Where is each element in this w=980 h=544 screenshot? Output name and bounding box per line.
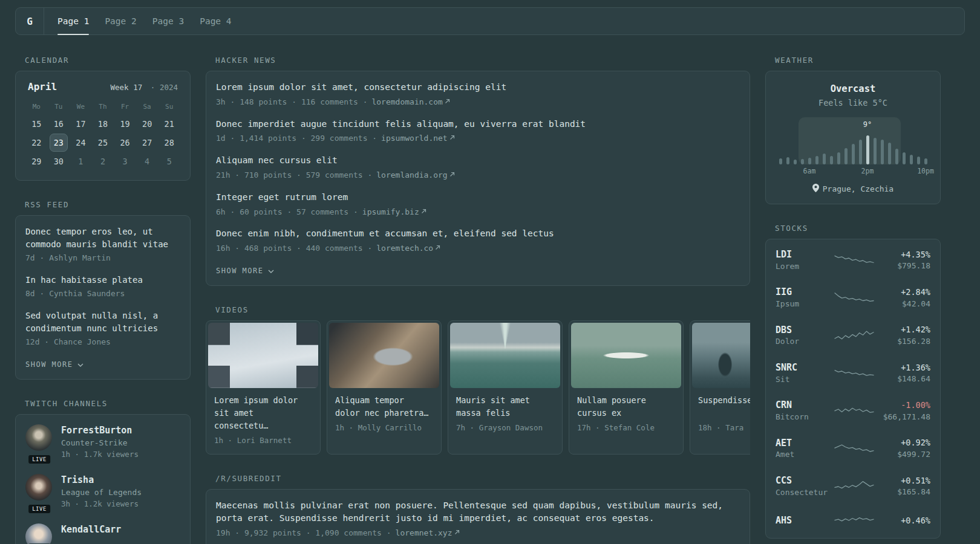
avatar[interactable] bbox=[25, 424, 52, 451]
twitch-channel-name[interactable]: ForrestBurton bbox=[61, 424, 139, 438]
video-thumbnail[interactable] bbox=[692, 323, 750, 388]
hackernews-item-domain-link[interactable]: ipsumify.biz bbox=[362, 207, 426, 216]
rss-item-title[interactable]: Sed volutpat nulla nisl, a condimentum n… bbox=[25, 309, 180, 335]
stock-symbol: IIG bbox=[776, 287, 831, 299]
video-thumbnail[interactable] bbox=[329, 323, 439, 388]
calendar-day: 30 bbox=[48, 152, 70, 170]
stock-name: Dolor bbox=[776, 336, 831, 348]
location-pin-icon bbox=[812, 184, 819, 194]
weather-location-row: Prague, Czechia bbox=[776, 184, 930, 194]
calendar-day: 29 bbox=[25, 152, 48, 170]
stock-row[interactable]: CCS Consectetur +0.51% $165.84 bbox=[776, 475, 930, 498]
video-title[interactable]: Lorem ipsum dolor sit amet consectetu… bbox=[214, 394, 312, 432]
calendar-dow: We bbox=[70, 100, 92, 114]
weather-condition: Overcast bbox=[776, 83, 930, 94]
calendar-section-title: CALENDAR bbox=[25, 56, 191, 65]
video-body: Suspendisse diam 18h · Tara bbox=[692, 388, 750, 439]
stock-sparkline bbox=[834, 441, 875, 457]
video-card[interactable]: Aliquam tempor dolor nec pharetra… 1h · … bbox=[327, 320, 442, 455]
hackernews-item-title[interactable]: Integer eget rutrum lorem bbox=[216, 191, 740, 204]
hackernews-item: Integer eget rutrum lorem 6h · 60 points… bbox=[216, 191, 740, 218]
video-card[interactable]: Suspendisse diam 18h · Tara bbox=[690, 320, 750, 455]
weather-axis: 6am2pm10pm bbox=[779, 167, 927, 176]
stock-row[interactable]: IIG Ipsum +2.84% $42.04 bbox=[776, 287, 930, 309]
weather-bar bbox=[888, 143, 891, 164]
calendar-day: 16 bbox=[48, 115, 70, 133]
twitch-channel-game[interactable]: Counter-Strike bbox=[61, 437, 139, 449]
stock-row[interactable]: AET Amet +0.92% $499.72 bbox=[776, 438, 930, 461]
calendar-day: 28 bbox=[158, 134, 180, 152]
calendar-day: 15 bbox=[25, 115, 48, 133]
twitch-avatar-wrap: LIVE bbox=[25, 424, 53, 461]
stock-row[interactable]: AHS +0.46% bbox=[776, 513, 930, 528]
weather-axis-label: 6am bbox=[803, 167, 816, 175]
hackernews-item-title[interactable]: Aliquam nec cursus elit bbox=[216, 154, 740, 167]
twitch-channel-name[interactable]: KendallCarr bbox=[61, 523, 121, 537]
calendar-day: 20 bbox=[136, 115, 158, 133]
twitch-channel-game[interactable]: League of Legends bbox=[61, 487, 142, 499]
rss-show-more-button[interactable]: SHOW MORE bbox=[25, 360, 83, 369]
stock-values: -1.00% $66,171.48 bbox=[877, 400, 930, 423]
stock-row[interactable]: LDI Lorem +4.35% $795.18 bbox=[776, 249, 930, 272]
video-title[interactable]: Aliquam tempor dolor nec pharetra… bbox=[335, 394, 433, 419]
stock-change: +4.35% bbox=[877, 250, 930, 261]
stock-symbol: AET bbox=[776, 438, 831, 450]
hackernews-item-title[interactable]: Lorem ipsum dolor sit amet, consectetur … bbox=[216, 81, 740, 94]
stock-row[interactable]: DBS Dolor +1.42% $156.28 bbox=[776, 325, 930, 348]
video-thumbnail[interactable] bbox=[450, 323, 560, 388]
video-title[interactable]: Mauris sit amet massa felis bbox=[456, 394, 554, 419]
hackernews-item-domain-link[interactable]: loremtech.co bbox=[376, 244, 440, 253]
weather-location: Prague, Czechia bbox=[823, 184, 893, 193]
weather-bar bbox=[910, 155, 913, 164]
hackernews-item-domain-link[interactable]: ipsumworld.net bbox=[381, 134, 455, 143]
subreddit-item-title[interactable]: Maecenas mollis pulvinar erat non posuer… bbox=[216, 499, 740, 526]
video-card[interactable]: Mauris sit amet massa felis 7h · Grayson… bbox=[448, 320, 563, 455]
hackernews-item-domain-link[interactable]: loremlandia.org bbox=[376, 170, 454, 180]
twitch-widget: LIVE ForrestBurton Counter-Strike 1h · 1… bbox=[15, 414, 191, 544]
videos-section-title: VIDEOS bbox=[215, 305, 750, 314]
twitch-channel-name[interactable]: Trisha bbox=[61, 474, 142, 487]
hackernews-item-title[interactable]: Donec imperdiet augue tincidunt felis al… bbox=[216, 118, 740, 131]
tab-page-2[interactable]: Page 2 bbox=[105, 8, 136, 34]
avatar[interactable] bbox=[25, 523, 52, 544]
avatar[interactable] bbox=[25, 474, 52, 500]
stock-name: Ipsum bbox=[776, 299, 831, 310]
app-logo[interactable]: G bbox=[16, 8, 44, 34]
video-title[interactable]: Nullam posuere cursus ex bbox=[577, 394, 675, 419]
stock-row[interactable]: SNRC Sit +1.36% $148.64 bbox=[776, 362, 930, 385]
twitch-channel-info: Trisha League of Legends 3h · 1.2k viewe… bbox=[61, 474, 142, 510]
video-card[interactable]: Lorem ipsum dolor sit amet consectetu… 1… bbox=[206, 320, 321, 455]
video-title[interactable]: Suspendisse diam bbox=[698, 394, 750, 419]
tab-page-4[interactable]: Page 4 bbox=[200, 8, 231, 34]
stock-id: AHS bbox=[776, 515, 831, 527]
stock-row[interactable]: CRN Bitcorn -1.00% $66,171.48 bbox=[776, 400, 930, 423]
stock-price: $42.04 bbox=[877, 298, 930, 310]
rss-item-title[interactable]: In hac habitasse platea bbox=[25, 274, 180, 287]
external-link-icon bbox=[454, 528, 460, 537]
tab-page-1[interactable]: Page 1 bbox=[57, 8, 89, 34]
external-link-icon bbox=[449, 170, 455, 179]
stock-id: CCS Consectetur bbox=[776, 475, 831, 498]
subreddit-item-domain-link[interactable]: loremnet.xyz bbox=[396, 528, 460, 537]
rss-item: Sed volutpat nulla nisl, a condimentum n… bbox=[25, 309, 180, 348]
left-column: CALENDAR April Week 17 · 2024 Mo Tu We T… bbox=[15, 44, 191, 544]
subreddit-item-stats: 19h · 9,932 points · 1,090 comments · bbox=[216, 528, 391, 537]
hackernews-item-stats: 1d · 1,414 points · 299 comments · bbox=[216, 134, 377, 143]
weather-bar bbox=[881, 140, 884, 164]
video-card[interactable]: Nullam posuere cursus ex 17h · Stefan Co… bbox=[569, 320, 684, 455]
weather-bar bbox=[866, 135, 869, 164]
video-meta: 1h · Lori Barnett bbox=[214, 436, 312, 445]
stock-change: -1.00% bbox=[877, 400, 930, 411]
live-badge: LIVE bbox=[27, 454, 51, 465]
hackernews-show-more-button[interactable]: SHOW MORE bbox=[216, 267, 274, 275]
video-thumbnail[interactable] bbox=[208, 323, 318, 388]
hackernews-item-domain-link[interactable]: loremdomain.com bbox=[371, 97, 449, 106]
stock-sparkline bbox=[834, 404, 875, 419]
stock-change: +0.51% bbox=[877, 476, 930, 487]
tab-page-3[interactable]: Page 3 bbox=[152, 8, 184, 34]
rss-item-title[interactable]: Donec tempor eros leo, ut commodo mauris… bbox=[25, 225, 180, 251]
hackernews-item-title[interactable]: Donec enim nibh, condimentum et accumsan… bbox=[216, 227, 740, 241]
stock-sparkline bbox=[834, 328, 875, 344]
page-tabs: Page 1 Page 2 Page 3 Page 4 bbox=[44, 8, 232, 34]
video-thumbnail[interactable] bbox=[571, 323, 681, 388]
